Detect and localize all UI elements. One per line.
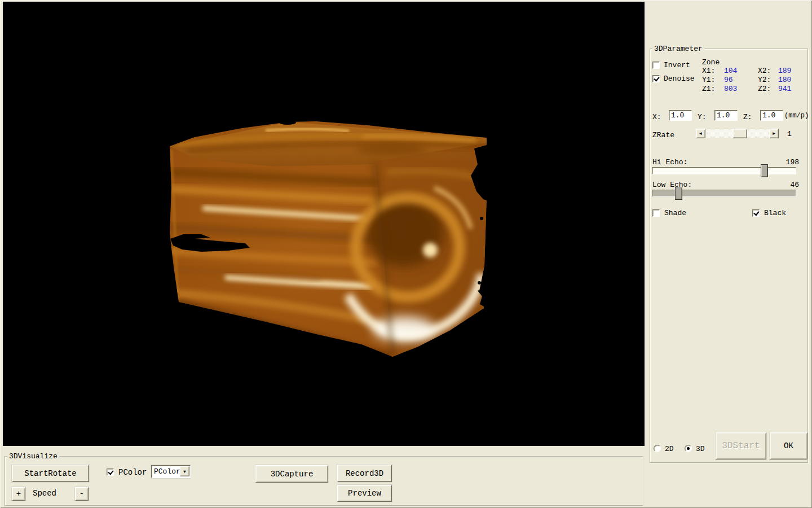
scale-unit-label: (mm/p) <box>784 112 809 120</box>
parameter-title: 3DParameter <box>652 45 704 53</box>
zone-x2-value: 189 <box>778 67 791 75</box>
zrate-label: ZRate <box>652 132 674 139</box>
mode-3d-label: 3D <box>696 445 705 453</box>
pcolor-combobox[interactable]: PColor ▼ <box>151 465 191 478</box>
zone-z1-label: Z1: <box>702 85 715 93</box>
denoise-label: Denoise <box>664 75 695 83</box>
zrate-scroll-right-icon[interactable]: ► <box>769 129 779 138</box>
start-rotate-button[interactable]: StartRotate <box>12 465 89 482</box>
zone-y2-label: Y2: <box>758 76 771 84</box>
scale-x-label: X: <box>652 113 661 121</box>
zone-y2-value: 180 <box>778 76 791 84</box>
mode-2d-label: 2D <box>665 445 674 453</box>
visualize-title: 3DVisualize <box>7 452 59 461</box>
render-viewport[interactable] <box>3 2 645 446</box>
zone-y1-label: Y1: <box>702 76 715 84</box>
3dstart-button[interactable]: 3DStart <box>716 432 766 459</box>
zone-z2-value: 941 <box>778 85 791 93</box>
scale-z-label: Z: <box>743 113 752 121</box>
zrate-scrollbar[interactable]: ◄ ► <box>696 129 779 138</box>
low-echo-label: Low Echo: <box>652 181 692 189</box>
black-checkbox[interactable] <box>752 209 760 217</box>
zone-title: Zone <box>702 59 720 67</box>
zone-y1-value: 96 <box>724 76 733 84</box>
scale-z-input[interactable] <box>760 110 783 121</box>
scale-y-label: Y: <box>698 113 707 121</box>
zrate-scroll-thumb[interactable] <box>732 129 747 138</box>
speed-label: Speed <box>33 489 56 497</box>
record3d-button[interactable]: Record3D <box>337 465 392 482</box>
volume-render <box>3 2 645 446</box>
zone-z2-label: Z2: <box>758 85 771 93</box>
3dcapture-button[interactable]: 3DCapture <box>255 465 328 483</box>
mode-3d-radio[interactable] <box>685 445 692 452</box>
hi-echo-label: Hi Echo: <box>652 159 687 167</box>
hi-echo-slider-thumb[interactable] <box>761 164 768 177</box>
invert-label: Invert <box>664 62 690 69</box>
shade-label: Shade <box>664 209 686 217</box>
hi-echo-value: 198 <box>786 159 799 167</box>
visualize-groupbox: 3DVisualize StartRotate + Speed - PColor… <box>5 456 643 506</box>
mode-2d-radio[interactable] <box>654 445 661 452</box>
low-echo-slider-thumb[interactable] <box>675 187 682 200</box>
invert-checkbox[interactable] <box>652 62 660 69</box>
zone-x2-label: X2: <box>758 67 771 75</box>
pcolor-combobox-value: PColor <box>154 467 180 476</box>
zone-x1-label: X1: <box>702 67 715 75</box>
parameter-groupbox: 3DParameter Invert Denoise Zone X1: 104 … <box>650 49 808 463</box>
pcolor-combobox-arrow-icon[interactable]: ▼ <box>180 466 189 476</box>
hi-echo-slider[interactable] <box>652 167 796 174</box>
black-label: Black <box>764 209 786 217</box>
scale-x-input[interactable] <box>669 110 692 121</box>
speed-minus-button[interactable]: - <box>75 487 89 501</box>
zrate-scroll-left-icon[interactable]: ◄ <box>696 129 705 138</box>
zrate-value: 1 <box>787 130 792 138</box>
ok-button[interactable]: OK <box>770 432 807 459</box>
speed-plus-button[interactable]: + <box>12 487 25 501</box>
low-echo-slider[interactable] <box>652 190 796 197</box>
pcolor-checkbox[interactable] <box>107 468 114 476</box>
shade-checkbox[interactable] <box>652 209 660 217</box>
zone-x1-value: 104 <box>724 67 737 75</box>
preview-button[interactable]: Preview <box>337 485 392 502</box>
zone-z1-value: 803 <box>724 85 737 93</box>
low-echo-value: 46 <box>790 181 799 189</box>
pcolor-label: PColor <box>118 468 147 476</box>
denoise-checkbox[interactable] <box>652 75 660 82</box>
scale-y-input[interactable] <box>714 110 738 121</box>
